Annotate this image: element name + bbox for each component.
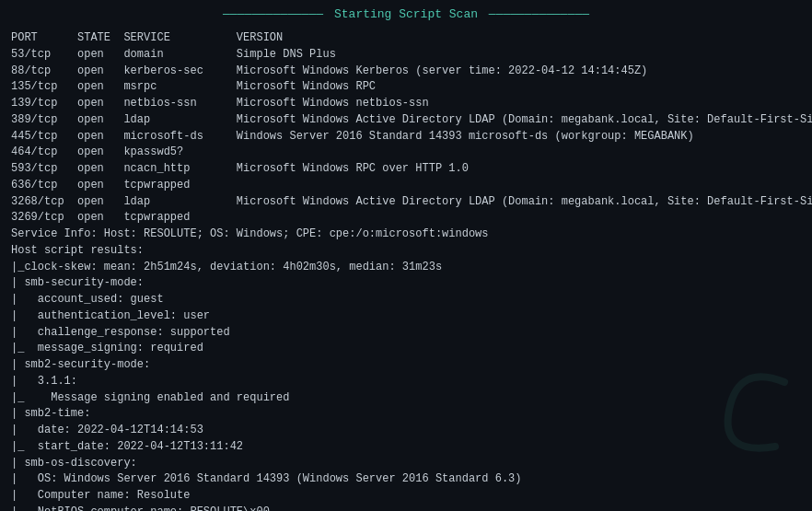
terminal-line: 3268/tcp open ldap Microsoft Windows Act… xyxy=(11,194,801,211)
terminal-line: 3269/tcp open tcpwrapped xyxy=(11,210,801,226)
terminal-line: 88/tcp open kerberos-sec Microsoft Windo… xyxy=(11,64,801,80)
terminal-line: |_clock-skew: mean: 2h51m24s, deviation:… xyxy=(11,260,801,276)
watermark-icon xyxy=(720,364,794,456)
terminal-line: | account_used: guest xyxy=(11,292,801,308)
terminal-line: 139/tcp open netbios-ssn Microsoft Windo… xyxy=(11,96,801,112)
terminal-line: 593/tcp open ncacn_http Microsoft Window… xyxy=(11,161,801,178)
terminal-line: | 3.1.1: xyxy=(11,374,801,390)
terminal-line: Service Info: Host: RESOLUTE; OS: Window… xyxy=(11,226,801,243)
title-text: Starting Script Scan xyxy=(334,7,478,21)
terminal-line: 135/tcp open msrpc Microsoft Windows RPC xyxy=(11,79,801,96)
terminal-line: |_ start_date: 2022-04-12T13:11:42 xyxy=(11,439,801,456)
terminal-line: | NetBIOS computer name: RESOLUTE\x00 xyxy=(11,505,801,511)
terminal-line: PORT STATE SERVICE VERSION xyxy=(11,30,801,47)
terminal-line: 389/tcp open ldap Microsoft Windows Acti… xyxy=(11,112,801,129)
terminal-line: | smb2-security-mode: xyxy=(11,357,801,374)
terminal-line: 53/tcp open domain Simple DNS Plus xyxy=(11,47,801,64)
terminal-line: Host script results: xyxy=(11,243,801,260)
terminal-line: | date: 2022-04-12T14:14:53 xyxy=(11,423,801,439)
terminal-line: | challenge_response: supported xyxy=(11,325,801,342)
terminal-line: | smb-os-discovery: xyxy=(11,456,801,472)
terminal-line: |_ message_signing: required xyxy=(11,341,801,357)
terminal-line: 636/tcp open tcpwrapped xyxy=(11,178,801,194)
terminal-line: 445/tcp open microsoft-ds Windows Server… xyxy=(11,129,801,145)
terminal-line: | authentication_level: user xyxy=(11,308,801,325)
terminal-line: | OS: Windows Server 2016 Standard 14393… xyxy=(11,471,801,488)
title-bar: Starting Script Scan xyxy=(11,7,801,21)
terminal-content: PORT STATE SERVICE VERSION53/tcp open do… xyxy=(11,30,801,511)
terminal-line: | smb-security-mode: xyxy=(11,275,801,292)
terminal-window: Starting Script Scan PORT STATE SERVICE … xyxy=(0,0,812,511)
terminal-line: | Computer name: Resolute xyxy=(11,488,801,505)
terminal-line: |_ Message signing enabled and required xyxy=(11,390,801,407)
terminal-line: | smb2-time: xyxy=(11,406,801,423)
terminal-line: 464/tcp open kpasswd5? xyxy=(11,145,801,161)
